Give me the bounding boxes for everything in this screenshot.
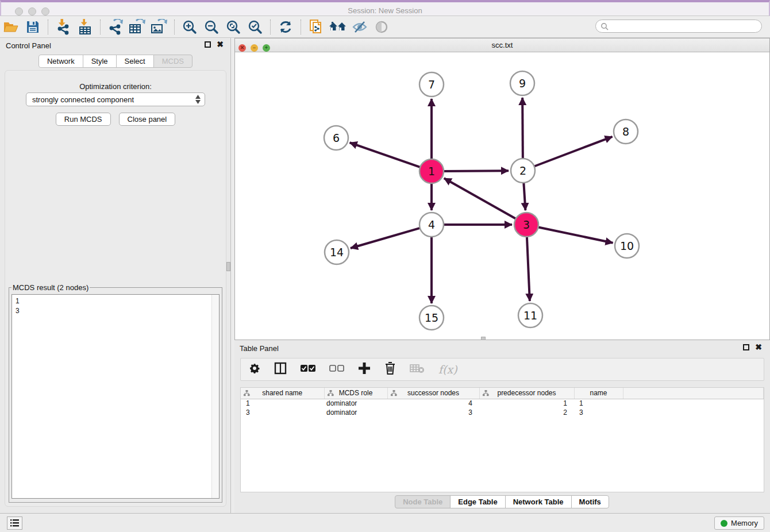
close-panel-icon[interactable]: ✖: [217, 41, 224, 48]
splitter-grip[interactable]: [226, 262, 230, 271]
delete-row-trash-icon[interactable]: [384, 362, 396, 377]
float-panel-icon[interactable]: [205, 41, 211, 48]
node-9[interactable]: 9: [510, 71, 534, 95]
edge-2-3[interactable]: [523, 182, 525, 210]
toolbar-separator: [100, 20, 101, 34]
tab-node-table[interactable]: Node Table: [395, 495, 451, 508]
svg-text:3: 3: [523, 218, 530, 231]
column-header-name[interactable]: name: [574, 388, 623, 399]
edge-2-8[interactable]: [533, 137, 613, 167]
column-header-empty: [623, 388, 764, 399]
export-image-icon[interactable]: [149, 18, 169, 36]
tab-select[interactable]: Select: [116, 55, 154, 68]
node-14[interactable]: 14: [325, 240, 349, 264]
result-scrollbar[interactable]: [211, 295, 219, 498]
tab-style[interactable]: Style: [83, 55, 117, 68]
node-15[interactable]: 15: [419, 306, 444, 330]
tab-network-table[interactable]: Network Table: [505, 495, 572, 508]
toggle-visibility-eye-icon[interactable]: [372, 18, 391, 36]
hierarchy-icon: [391, 390, 397, 398]
select-all-icon[interactable]: [301, 364, 315, 375]
node-6[interactable]: 6: [324, 126, 348, 150]
settings-gear-icon[interactable]: [249, 363, 260, 376]
svg-text:2: 2: [519, 164, 526, 177]
delete-table-icon[interactable]: [410, 363, 425, 376]
svg-text:8: 8: [622, 125, 629, 138]
network-window-titlebar[interactable]: ✕−+ scc.txt: [235, 38, 769, 52]
column-header-successor-nodes[interactable]: successor nodes: [387, 388, 479, 399]
search-field[interactable]: [595, 20, 762, 33]
edge-3-10[interactable]: [537, 227, 613, 243]
column-header-shared-name[interactable]: shared name: [241, 388, 324, 399]
zoom-out-icon[interactable]: [202, 18, 221, 36]
hide-selected-eye-icon[interactable]: [350, 18, 369, 36]
import-table-icon[interactable]: [75, 18, 95, 36]
network-canvas[interactable]: 7968124314101511: [235, 52, 769, 340]
table-row[interactable]: 3dominator323: [241, 408, 764, 417]
status-bar: Memory: [0, 513, 770, 532]
column-header-predecessor-nodes[interactable]: predecessor nodes: [479, 388, 574, 399]
task-history-button[interactable]: [7, 516, 22, 530]
node-2[interactable]: 2: [511, 159, 535, 183]
column-header-mcds-role[interactable]: MCDS role: [324, 388, 387, 399]
hierarchy-icon: [328, 390, 334, 398]
tab-motifs[interactable]: Motifs: [571, 495, 609, 508]
show-all-networks-icon[interactable]: [328, 18, 348, 36]
control-panel-tabs: Network Style Select MCDS: [0, 55, 231, 68]
svg-text:14: 14: [330, 246, 344, 259]
import-network-icon[interactable]: [53, 18, 73, 36]
node-10[interactable]: 10: [615, 234, 639, 258]
tab-mcds[interactable]: MCDS: [153, 55, 192, 68]
table-row[interactable]: 1dominator411: [241, 399, 764, 408]
zoom-in-icon[interactable]: [180, 18, 199, 36]
svg-text:15: 15: [425, 311, 438, 324]
tab-network[interactable]: Network: [38, 55, 83, 68]
control-panel-window-buttons: ✖: [205, 41, 224, 48]
close-panel-button[interactable]: Close panel: [119, 113, 176, 126]
svg-text:1: 1: [428, 165, 435, 178]
optimization-criterion-dropdown[interactable]: strongly connected component: [26, 92, 205, 106]
mcds-result-textarea[interactable]: 13: [11, 294, 220, 499]
mcds-result-values: 13: [16, 296, 219, 316]
export-network-icon[interactable]: [106, 18, 125, 36]
show-column-icon[interactable]: [274, 362, 287, 377]
memory-button[interactable]: Memory: [714, 516, 764, 530]
node-8[interactable]: 8: [614, 119, 638, 144]
close-table-panel-icon[interactable]: ✖: [755, 344, 762, 350]
run-mcds-button[interactable]: Run MCDS: [56, 113, 111, 126]
table-header-row: shared name MCDS role successor nodes pr…: [241, 388, 764, 399]
title-bar: Session: New Session: [0, 0, 770, 16]
clone-network-icon[interactable]: [306, 18, 326, 36]
toolbar-separator: [301, 20, 301, 34]
svg-text:11: 11: [523, 309, 537, 322]
node-3[interactable]: 3: [514, 213, 538, 237]
open-session-icon[interactable]: [1, 18, 21, 36]
search-icon: [600, 22, 609, 30]
edge-1-6[interactable]: [350, 142, 421, 167]
edge-1-2[interactable]: [442, 171, 509, 171]
save-session-icon[interactable]: [23, 18, 43, 36]
edge-3-11[interactable]: [527, 236, 530, 301]
zoom-selected-icon[interactable]: [245, 18, 265, 36]
refresh-layout-icon[interactable]: [276, 18, 295, 36]
edge-2-9[interactable]: [522, 98, 523, 160]
table-panel-window-buttons: ✖: [743, 344, 762, 350]
node-1[interactable]: 1: [419, 159, 444, 183]
memory-label: Memory: [731, 519, 758, 527]
node-table[interactable]: shared name MCDS role successor nodes pr…: [240, 387, 764, 492]
node-4[interactable]: 4: [419, 213, 444, 237]
node-11[interactable]: 11: [518, 303, 542, 327]
node-7[interactable]: 7: [419, 72, 444, 97]
edge-4-14[interactable]: [351, 228, 421, 248]
search-input[interactable]: [609, 21, 761, 32]
function-builder-icon[interactable]: f(x): [438, 363, 457, 376]
edge-3-1[interactable]: [444, 178, 517, 219]
add-row-plus-icon[interactable]: [358, 362, 371, 377]
export-table-icon[interactable]: [128, 18, 147, 36]
svg-text:4: 4: [428, 218, 435, 231]
tab-edge-table[interactable]: Edge Table: [450, 495, 505, 508]
deselect-all-icon[interactable]: [329, 364, 344, 375]
fit-content-icon[interactable]: [224, 18, 243, 36]
float-table-panel-icon[interactable]: [743, 344, 749, 350]
mcds-result-fieldset: MCDS result (2 nodes) 13: [9, 283, 222, 503]
